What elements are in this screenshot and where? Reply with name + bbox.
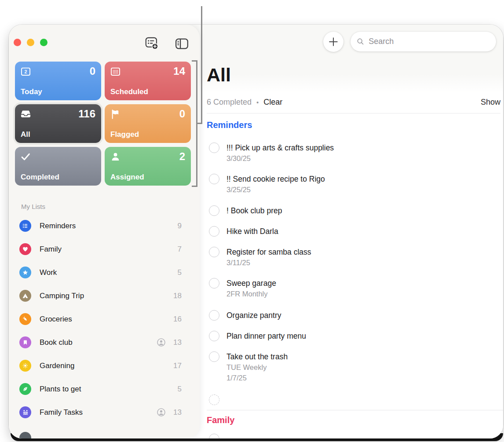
complete-circle[interactable] <box>209 205 219 216</box>
list-count: 17 <box>172 362 182 370</box>
flagged-count: 0 <box>179 108 185 120</box>
smart-list-all-selected[interactable]: 116 All <box>15 104 101 143</box>
reminder-item[interactable]: ! Book club prep <box>209 205 282 216</box>
dot-separator: • <box>256 99 259 106</box>
close-window-button[interactable] <box>14 39 21 46</box>
zoom-window-button[interactable] <box>40 39 47 46</box>
reminder-item[interactable]: Organize pantry <box>209 310 281 321</box>
reminder-title: Sweep garage <box>226 278 276 289</box>
section-header-reminders: Reminders <box>207 120 252 130</box>
search-input[interactable] <box>368 37 490 47</box>
checkmark-icon <box>20 151 32 163</box>
carrot-icon <box>19 313 31 325</box>
scheduled-count: 14 <box>173 65 185 77</box>
all-count: 116 <box>78 108 95 120</box>
complete-circle[interactable] <box>209 226 219 237</box>
search-icon <box>357 37 364 46</box>
reminder-title: !!! Pick up arts & crafts supplies <box>226 142 334 153</box>
shared-person-icon <box>157 408 166 417</box>
complete-circle[interactable] <box>209 331 219 341</box>
plus-icon <box>327 36 340 48</box>
reminder-title: ! Book club prep <box>226 205 282 216</box>
complete-circle[interactable] <box>209 310 219 321</box>
reminder-date: 1/7/25 <box>226 373 288 383</box>
sidebar-item-family[interactable]: Family 7 <box>9 237 200 261</box>
list-name: Groceries <box>40 315 172 324</box>
reminder-recurrence: 2FR Monthly <box>226 289 276 299</box>
reminder-item[interactable]: Register for samba class 3/11/25 <box>209 247 311 268</box>
sidebar-item-camping-trip[interactable]: Camping Trip 18 <box>9 284 200 307</box>
add-list-icon[interactable] <box>144 36 159 50</box>
list-count: 7 <box>172 245 182 254</box>
list-name: Family <box>40 245 172 254</box>
search-field[interactable] <box>351 32 496 51</box>
complete-circle[interactable] <box>209 247 219 257</box>
shared-person-icon <box>157 338 166 347</box>
divider <box>207 113 500 113</box>
divider <box>207 410 503 410</box>
section-header-family: Family <box>207 415 234 425</box>
show-button[interactable]: Show <box>481 98 500 107</box>
list-count: 13 <box>172 408 182 417</box>
assigned-label: Assigned <box>110 173 144 182</box>
sun-icon <box>19 360 31 372</box>
sidebar-item-gardening[interactable]: Gardening 17 <box>9 354 200 377</box>
smart-list-completed[interactable]: Completed <box>15 147 101 186</box>
list-count: 5 <box>172 385 182 394</box>
smart-list-assigned[interactable]: 2 Assigned <box>105 147 191 186</box>
reminder-item[interactable]: !!! Pick up arts & crafts supplies 3/30/… <box>209 142 334 164</box>
list-name: Plants to get <box>40 385 172 394</box>
list-name: Reminders <box>40 222 172 230</box>
family-icon <box>19 406 31 418</box>
scheduled-label: Scheduled <box>110 88 148 96</box>
minimize-window-button[interactable] <box>27 39 34 46</box>
sidebar-item-work[interactable]: Work 5 <box>9 261 200 284</box>
reminder-recurrence: TUE Weekly <box>226 362 288 373</box>
partial-list-icon <box>19 432 31 438</box>
reminder-item[interactable]: Sweep garage 2FR Monthly <box>209 278 276 299</box>
assigned-count: 2 <box>179 150 185 163</box>
reminder-item[interactable]: Plan dinner party menu <box>209 331 306 341</box>
smart-list-today[interactable]: 2 0 Today <box>15 62 101 100</box>
completed-label: Completed <box>21 173 59 182</box>
add-reminder-button[interactable] <box>323 32 343 52</box>
list-name: Camping Trip <box>40 292 172 300</box>
completed-count-label: 6 Completed <box>207 98 252 107</box>
reminder-item[interactable]: Take out the trash TUE Weekly 1/7/25 <box>209 351 288 383</box>
list-count: 5 <box>172 268 182 277</box>
sidebar-item-reminders[interactable]: Reminders 9 <box>9 214 200 237</box>
page-title: All <box>207 64 231 86</box>
person-icon <box>110 151 121 163</box>
complete-circle[interactable] <box>209 142 219 153</box>
callout-bracket <box>192 60 197 187</box>
reminder-item[interactable]: !! Send cookie recipe to Rigo 3/25/25 <box>209 174 325 195</box>
list-name: Book club <box>40 338 157 347</box>
sidebar-item-plants-to-get[interactable]: Plants to get 5 <box>9 377 200 401</box>
smart-list-scheduled[interactable]: 14 Scheduled <box>105 62 191 100</box>
smart-list-flagged[interactable]: 0 Flagged <box>105 104 191 143</box>
complete-circle[interactable] <box>209 174 219 184</box>
complete-circle[interactable] <box>209 351 219 362</box>
reminder-title: !! Send cookie recipe to Rigo <box>226 174 325 184</box>
list-bullet-icon <box>19 220 31 232</box>
tent-icon <box>19 290 31 302</box>
reminder-title: Organize pantry <box>226 310 281 321</box>
flag-icon <box>110 108 121 120</box>
toggle-sidebar-icon[interactable] <box>175 37 189 51</box>
reminder-item[interactable]: Hike with Darla <box>209 226 278 237</box>
callout-line <box>201 6 202 124</box>
sidebar-item-family-tasks[interactable]: Family Tasks 13 <box>9 401 200 424</box>
new-reminder-placeholder[interactable] <box>209 395 219 405</box>
reminder-title: Register for samba class <box>226 247 311 257</box>
list-count: 16 <box>172 315 182 324</box>
clear-button[interactable]: Clear <box>263 98 282 107</box>
list-count: 18 <box>172 292 182 300</box>
smart-lists-grid: 2 0 Today 14 Scheduled <box>15 62 191 186</box>
flagged-label: Flagged <box>110 130 139 139</box>
complete-circle[interactable] <box>209 278 219 289</box>
leaf-icon <box>19 383 31 395</box>
sidebar-item-groceries[interactable]: Groceries 16 <box>9 307 200 331</box>
sidebar-item-book-club[interactable]: Book club 13 <box>9 331 200 354</box>
today-label: Today <box>21 88 42 96</box>
my-lists: Reminders 9 Family 7 <box>9 214 200 424</box>
